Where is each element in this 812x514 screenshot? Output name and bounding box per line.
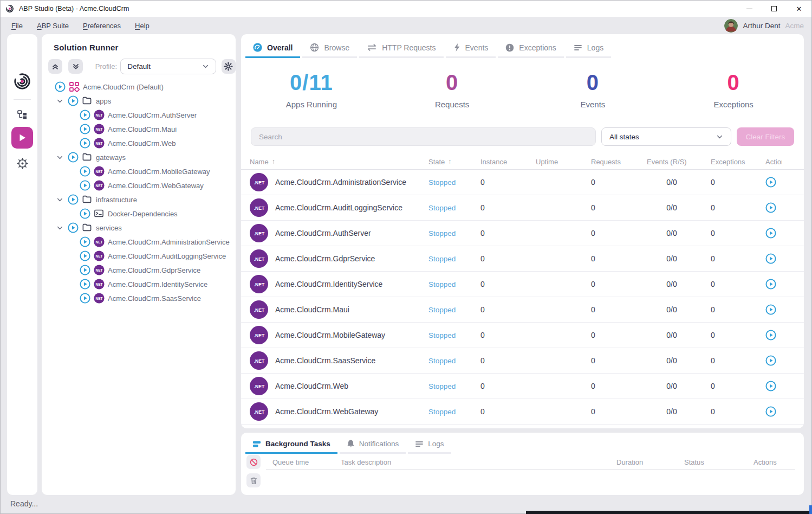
- table-row[interactable]: .NET Acme.CloudCrm.MobileGateway Stopped…: [241, 323, 804, 348]
- column-name[interactable]: Name↑: [250, 158, 428, 166]
- play-icon[interactable]: [80, 124, 90, 134]
- tree-item[interactable]: NET Acme.CloudCrm.SaasService: [42, 291, 236, 305]
- terminal-icon: [94, 208, 105, 219]
- column-state[interactable]: State↑: [428, 158, 480, 166]
- chevron-down-icon[interactable]: [55, 154, 64, 161]
- tree-item[interactable]: apps: [42, 94, 236, 108]
- service-name: Acme.CloudCrm.Web: [275, 382, 348, 390]
- table-row[interactable]: .NET Acme.CloudCrm.GdprService Stopped 0…: [241, 246, 804, 272]
- tree-item[interactable]: NET Acme.CloudCrm.Web: [42, 136, 236, 150]
- user-chip[interactable]: Arthur Dent Acme: [724, 17, 804, 34]
- tree-item[interactable]: NET Acme.CloudCrm.WebGateway: [42, 178, 236, 192]
- play-icon: [765, 252, 776, 265]
- menu-help[interactable]: Help: [135, 22, 150, 30]
- start-service-button[interactable]: [765, 201, 778, 214]
- tree-item[interactable]: NET Acme.CloudCrm.AuditLoggingService: [42, 249, 236, 263]
- tab-notifications[interactable]: Notifications: [340, 436, 406, 454]
- tree-item[interactable]: NET Acme.CloudCrm.GdprService: [42, 263, 236, 277]
- tab-browse[interactable]: Browse: [302, 40, 357, 58]
- start-service-button[interactable]: [765, 176, 778, 189]
- menu-abp-suite[interactable]: ABP Suite: [37, 22, 69, 30]
- start-service-button[interactable]: [765, 252, 778, 265]
- column-events[interactable]: Events (R/S): [647, 158, 711, 166]
- column-actions[interactable]: Actions: [765, 158, 804, 166]
- tab-logs[interactable]: Logs: [566, 40, 611, 58]
- play-icon[interactable]: [80, 166, 90, 177]
- tab-overall[interactable]: Overall: [245, 40, 300, 58]
- play-icon[interactable]: [80, 265, 90, 275]
- chevron-down-icon[interactable]: [55, 196, 64, 203]
- play-icon[interactable]: [68, 222, 79, 233]
- chevron-down-icon[interactable]: [55, 98, 64, 105]
- play-icon[interactable]: [80, 250, 90, 261]
- play-icon[interactable]: [80, 236, 90, 247]
- profile-settings-button[interactable]: [222, 59, 236, 74]
- table-row[interactable]: .NET Acme.CloudCrm.AdministrationService…: [241, 170, 804, 195]
- avatar: [724, 19, 738, 33]
- tab-http-requests[interactable]: HTTP Requests: [359, 40, 443, 58]
- collapse-all-button[interactable]: [48, 59, 62, 74]
- table-row[interactable]: .NET Acme.CloudCrm.AuthServer Stopped 0 …: [241, 221, 804, 246]
- profile-select[interactable]: Default: [120, 59, 216, 74]
- start-service-button[interactable]: [765, 354, 778, 367]
- exceptions-count: 0: [711, 203, 765, 212]
- table-row[interactable]: .NET Acme.CloudCrm.AuditLoggingService S…: [241, 195, 804, 221]
- play-icon[interactable]: [68, 194, 79, 205]
- column-uptime[interactable]: Uptime: [536, 158, 591, 166]
- tree-item[interactable]: NET Acme.CloudCrm.Maui: [42, 122, 236, 136]
- search-input[interactable]: [251, 127, 596, 146]
- play-icon[interactable]: [80, 279, 90, 290]
- tab-exceptions[interactable]: Exceptions: [498, 40, 563, 58]
- tree-item[interactable]: infrastructure: [42, 192, 236, 207]
- play-icon[interactable]: [80, 293, 90, 304]
- tree-item[interactable]: NET Acme.CloudCrm.MobileGateway: [42, 164, 236, 178]
- start-service-button[interactable]: [765, 329, 778, 342]
- table-row[interactable]: .NET Acme.CloudCrm.Maui Stopped 0 0 0/0 …: [241, 297, 804, 323]
- play-icon[interactable]: [80, 180, 90, 191]
- expand-all-button[interactable]: [68, 59, 82, 74]
- tree-item[interactable]: NET Acme.CloudCrm.AdministrationService: [42, 235, 236, 249]
- tab-bottom-logs[interactable]: Logs: [408, 436, 451, 454]
- clear-filters-button[interactable]: Clear Filters: [737, 127, 794, 146]
- tree-item[interactable]: Acme.CloudCrm (Default): [42, 80, 236, 94]
- tree-item[interactable]: services: [42, 221, 236, 235]
- maximize-button[interactable]: [762, 1, 787, 17]
- tab-background-tasks[interactable]: Background Tasks: [245, 436, 337, 454]
- menu-preferences[interactable]: Preferences: [83, 22, 121, 30]
- table-row[interactable]: .NET Acme.CloudCrm.Web Stopped 0 0 0/0 0: [241, 374, 804, 399]
- cancel-tasks-button[interactable]: [246, 455, 261, 469]
- tab-events[interactable]: Events: [446, 40, 496, 58]
- play-icon[interactable]: [68, 95, 79, 106]
- table-row[interactable]: .NET Acme.CloudCrm.IdentityService Stopp…: [241, 272, 804, 297]
- clear-tasks-button[interactable]: [246, 473, 261, 487]
- play-icon[interactable]: [55, 81, 66, 92]
- table-row[interactable]: .NET Acme.CloudCrm.SaasService Stopped 0…: [241, 348, 804, 374]
- start-service-button[interactable]: [765, 380, 778, 393]
- play-icon[interactable]: [80, 110, 90, 120]
- play-icon[interactable]: [80, 138, 90, 149]
- kubernetes-button[interactable]: [11, 152, 33, 174]
- play-icon[interactable]: [80, 208, 90, 219]
- menu-file[interactable]: File: [11, 22, 23, 30]
- state-filter-select[interactable]: All states: [601, 127, 731, 146]
- close-button[interactable]: ✕: [787, 1, 811, 17]
- column-instance[interactable]: Instance: [480, 158, 536, 166]
- minimize-button[interactable]: [737, 1, 762, 17]
- solution-runner-button[interactable]: [11, 127, 33, 149]
- chevron-down-icon[interactable]: [55, 224, 64, 232]
- tree-item[interactable]: Docker-Dependencies: [42, 207, 236, 221]
- start-service-button[interactable]: [765, 227, 778, 240]
- start-service-button[interactable]: [765, 405, 778, 418]
- column-exceptions[interactable]: Exceptions: [711, 158, 765, 166]
- table-row[interactable]: .NET Acme.CloudCrm.WebGateway Stopped 0 …: [241, 399, 804, 425]
- start-service-button[interactable]: [765, 278, 778, 291]
- solution-explorer-button[interactable]: [11, 104, 33, 125]
- tree-item[interactable]: NET Acme.CloudCrm.IdentityService: [42, 277, 236, 291]
- title-bar[interactable]: ABP Studio (Beta) - Acme.CloudCrm ✕: [1, 1, 811, 17]
- sort-asc-icon: ↑: [448, 158, 451, 165]
- tree-item[interactable]: NET Acme.CloudCrm.AuthServer: [42, 108, 236, 122]
- column-requests[interactable]: Requests: [591, 158, 647, 166]
- start-service-button[interactable]: [765, 303, 778, 316]
- play-icon[interactable]: [68, 152, 79, 163]
- tree-item[interactable]: gateways: [42, 150, 236, 164]
